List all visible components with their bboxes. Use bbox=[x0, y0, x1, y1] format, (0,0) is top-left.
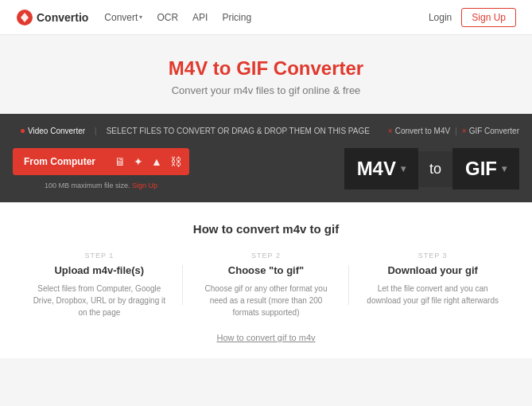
step-2: STEP 2 Choose "to gif" Choose gif or any… bbox=[183, 252, 350, 318]
hero-section: M4V to GIF Converter Convert your m4v fi… bbox=[0, 35, 532, 114]
format-selector: M4V ▾ to GIF ▾ bbox=[344, 148, 519, 189]
monitor-icon[interactable]: 🖥 bbox=[115, 155, 126, 168]
step-1-title: Upload m4v-file(s) bbox=[29, 264, 170, 276]
upload-icons-row: 🖥 ✦ ▲ ⛓ bbox=[107, 148, 189, 175]
chevron-down-icon: ▾ bbox=[139, 14, 142, 21]
step-2-title: Choose "to gif" bbox=[196, 264, 337, 276]
header-actions: Login Sign Up bbox=[429, 8, 516, 27]
tab-separator: | bbox=[93, 127, 99, 135]
how-to-section: How to convert m4v to gif STEP 1 Upload … bbox=[0, 203, 532, 358]
panel-tabs: Video Converter | SELECT FILES TO CONVER… bbox=[13, 123, 519, 139]
nav-convert[interactable]: Convert ▾ bbox=[104, 12, 142, 23]
file-size-note: 100 MB maximum file size. Sign Up bbox=[45, 182, 157, 189]
step-1-label: STEP 1 bbox=[29, 252, 170, 260]
step-2-desc: Choose gif or any other format you need … bbox=[196, 283, 337, 318]
tab-video-converter[interactable]: Video Converter bbox=[13, 123, 93, 139]
tab-x-icon: × bbox=[388, 127, 393, 135]
format-to-arrow-icon: ▾ bbox=[502, 163, 507, 174]
how-to-title: How to convert m4v to gif bbox=[16, 222, 516, 236]
signup-link[interactable]: Sign Up bbox=[132, 182, 157, 189]
convert-link[interactable]: How to convert gif to m4v bbox=[16, 333, 516, 342]
step-3: STEP 3 Download your gif Let the file co… bbox=[349, 252, 516, 318]
step-2-label: STEP 2 bbox=[196, 252, 337, 260]
logo-text: Convertio bbox=[37, 11, 88, 24]
dropbox-icon[interactable]: ✦ bbox=[134, 155, 143, 168]
page-title: M4V to GIF Converter bbox=[16, 57, 516, 80]
format-from-arrow-icon: ▾ bbox=[401, 163, 406, 174]
upload-btn-group: From Computer 🖥 ✦ ▲ ⛓ bbox=[13, 148, 189, 175]
step-3-title: Download your gif bbox=[362, 264, 503, 276]
link-icon[interactable]: ⛓ bbox=[170, 155, 181, 168]
nav-pricing[interactable]: Pricing bbox=[222, 12, 251, 23]
hero-subtitle: Convert your m4v files to gif online & f… bbox=[16, 84, 516, 96]
signup-button[interactable]: Sign Up bbox=[461, 8, 516, 27]
steps-row: STEP 1 Upload m4v-file(s) Select files f… bbox=[16, 252, 516, 318]
tab-right-separator: | bbox=[453, 127, 459, 135]
main-nav: Convert ▾ OCR API Pricing bbox=[104, 12, 429, 23]
converter-row: From Computer 🖥 ✦ ▲ ⛓ 100 MB maximum fil… bbox=[13, 148, 519, 189]
format-from-label: M4V bbox=[357, 158, 396, 180]
tab-dot-icon bbox=[21, 129, 25, 133]
step-1-desc: Select files from Computer, Google Drive… bbox=[29, 283, 170, 318]
upload-section: From Computer 🖥 ✦ ▲ ⛓ 100 MB maximum fil… bbox=[13, 148, 189, 189]
tab-convert-to-m4v[interactable]: × Convert to M4V bbox=[388, 127, 450, 135]
format-from-box[interactable]: M4V ▾ bbox=[344, 148, 418, 189]
tab-x2-icon: × bbox=[462, 127, 467, 135]
nav-ocr[interactable]: OCR bbox=[157, 12, 178, 23]
nav-api[interactable]: API bbox=[192, 12, 208, 23]
drive-icon[interactable]: ▲ bbox=[151, 155, 162, 168]
step-3-desc: Let the file convert and you can downloa… bbox=[362, 283, 503, 306]
format-to-value-label: GIF bbox=[465, 158, 497, 180]
step-1: STEP 1 Upload m4v-file(s) Select files f… bbox=[16, 252, 183, 318]
from-computer-button[interactable]: From Computer bbox=[13, 148, 107, 175]
step-3-label: STEP 3 bbox=[362, 252, 503, 260]
converter-panel: Video Converter | SELECT FILES TO CONVER… bbox=[0, 114, 532, 202]
tab-select-files: SELECT FILES TO CONVERT OR DRAG & DROP T… bbox=[99, 123, 378, 139]
format-to-box[interactable]: GIF ▾ bbox=[452, 148, 519, 189]
logo-icon bbox=[16, 9, 33, 26]
header: Convertio Convert ▾ OCR API Pricing Logi… bbox=[0, 0, 532, 35]
tab-gif-converter[interactable]: × GIF Converter bbox=[462, 127, 519, 135]
logo[interactable]: Convertio bbox=[16, 9, 88, 26]
format-to-label: to bbox=[418, 151, 452, 187]
tab-right-group: × Convert to M4V | × GIF Converter bbox=[388, 127, 519, 135]
login-button[interactable]: Login bbox=[429, 12, 452, 23]
